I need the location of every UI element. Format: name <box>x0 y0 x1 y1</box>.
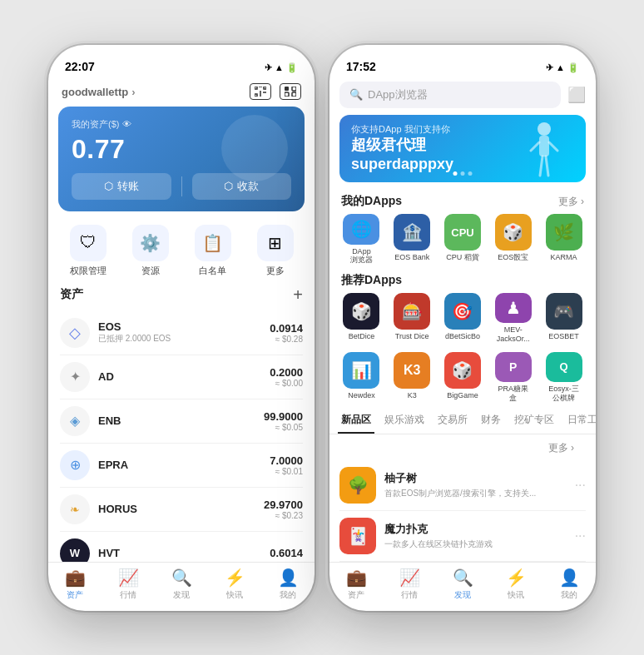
quick-permissions[interactable]: 🛡 权限管理 <box>70 225 107 277</box>
right-nav-profile[interactable]: 👤 我的 <box>542 568 596 601</box>
svg-line-14 <box>540 156 542 176</box>
hvt-amount: 0.6014 <box>270 547 303 559</box>
header-icons <box>250 83 301 100</box>
quick-whitelist[interactable]: 📋 白名单 <box>195 225 231 277</box>
search-icon: 🔍 <box>349 88 363 101</box>
hvt-info: HVT <box>98 547 270 559</box>
dapp-eosdice[interactable]: 🎲 EOS骰宝 <box>489 214 537 265</box>
tab-exchange[interactable]: 交易所 <box>434 408 471 434</box>
balance-label: 我的资产($) 👁 <box>72 118 291 131</box>
left-phone: 22:07 ✈ ▲ 🔋 goodwallettp › <box>48 45 315 611</box>
new-app-poker[interactable]: 🃏 魔力扑克 一款多人在线区块链扑克游戏 ··· <box>339 511 586 562</box>
right-bottom-nav: 💼 资产 📈 行情 🔍 发现 ⚡ 快讯 👤 我的 <box>329 562 596 611</box>
dapp-browser-icon: 🌐 <box>343 214 379 244</box>
asset-epra[interactable]: ⊕ EPRA 7.0000 ≈ $0.01 <box>60 444 303 488</box>
tab-daily[interactable]: 日常工... <box>564 408 596 434</box>
svg-rect-0 <box>255 87 257 89</box>
right-nav-assets[interactable]: 💼 资产 <box>329 568 383 601</box>
dapp-betdice[interactable]: 🎲 BetDice <box>338 293 385 344</box>
new-app-yuzishu[interactable]: 🌳 柚子树 首款EOS制户浏览器/搜索引擎，支持关... ··· <box>339 460 586 511</box>
tab-games[interactable]: 娱乐游戏 <box>381 408 428 434</box>
asset-enb[interactable]: ◈ ENB 99.9000 ≈ $0.05 <box>60 399 303 444</box>
grid-icon[interactable] <box>280 83 301 100</box>
svg-rect-2 <box>255 94 257 97</box>
horus-info: HORUS <box>98 503 264 515</box>
balance-actions: ⬡ 转账 ⬡ 收款 <box>72 173 291 200</box>
svg-rect-9 <box>292 92 296 97</box>
ad-icon: ✦ <box>60 362 90 392</box>
dapp-newdex[interactable]: 📊 Newdex <box>338 352 385 403</box>
right-time: 17:52 <box>346 60 376 73</box>
more-grid-icon: ⊞ <box>257 225 294 261</box>
search-bar[interactable]: 🔍 DApp浏览器 <box>339 82 561 108</box>
nav-discover[interactable]: 🔍 发现 <box>155 568 208 601</box>
promo-banner[interactable]: 你支持DApp 我们支持你 超级君代理 superdapppxy <box>339 115 586 183</box>
dapp-eosbank[interactable]: 🏦 EOS Bank <box>389 214 436 265</box>
left-header: goodwallettp › <box>48 78 315 107</box>
whitelist-icon: 📋 <box>195 225 231 261</box>
assets-title: 资产 <box>60 287 83 302</box>
asset-ad[interactable]: ✦ AD 0.2000 ≈ $0.00 <box>60 355 303 399</box>
wallet-name[interactable]: goodwallettp › <box>62 84 136 98</box>
tab-new[interactable]: 新品区 <box>338 408 374 434</box>
add-asset-button[interactable]: + <box>293 285 303 305</box>
assets-header: 资产 + <box>60 285 303 305</box>
asset-horus[interactable]: ❧ HORUS 29.9700 ≈ $0.23 <box>60 488 303 532</box>
scan-icon[interactable] <box>250 83 271 100</box>
left-status-icons: ✈ ▲ 🔋 <box>265 62 298 73</box>
yuzishu-info: 柚子树 首款EOS制户浏览器/搜索引擎，支持关... <box>384 471 567 499</box>
dapp-biggame[interactable]: 🎲 BigGame <box>439 352 487 403</box>
enb-icon: ◈ <box>60 406 90 436</box>
dapp-pra[interactable]: P PRA糖果盒 <box>489 352 537 403</box>
dapp-karma[interactable]: 🌿 KARMA <box>540 214 587 265</box>
epra-info: EPRA <box>98 459 270 471</box>
svg-line-15 <box>546 156 548 176</box>
tab-finance[interactable]: 财务 <box>478 408 504 434</box>
button-divider <box>181 176 182 196</box>
receive-button[interactable]: ⬡ 收款 <box>192 173 292 200</box>
asset-eos[interactable]: ◇ EOS 已抵押 2.0000 EOS 0.0914 ≈ $0.28 <box>60 311 303 355</box>
banner-text: 你支持DApp 我们支持你 超级君代理 superdapppxy <box>351 123 453 175</box>
eos-icon: ◇ <box>60 318 90 348</box>
ad-amount: 0.2000 ≈ $0.00 <box>270 366 303 388</box>
nav-market[interactable]: 📈 行情 <box>102 568 155 601</box>
dapp-dbetsicbo[interactable]: 🎯 dBetSicBo <box>439 293 487 344</box>
tab-mining[interactable]: 挖矿专区 <box>511 408 557 434</box>
svg-rect-8 <box>285 92 289 97</box>
balance-amount: 0.77 <box>72 134 291 165</box>
poker-info: 魔力扑克 一款多人在线区块链扑克游戏 <box>384 522 567 550</box>
new-apps-more[interactable]: 更多 › <box>548 441 574 455</box>
dapp-eosbet[interactable]: 🎮 EOSBET <box>540 293 587 344</box>
my-dapps-header: 我的DApps 更多 › <box>329 191 596 214</box>
dapp-k3[interactable]: K3 K3 <box>389 352 436 403</box>
nav-news[interactable]: ⚡ 快讯 <box>208 568 261 601</box>
nav-profile[interactable]: 👤 我的 <box>261 568 315 601</box>
dapp-trustdice[interactable]: 🎰 Trust Dice <box>389 293 436 344</box>
asset-hvt[interactable]: W HVT 0.6014 <box>60 532 303 562</box>
assets-section: 资产 + ◇ EOS 已抵押 2.0000 EOS 0.0914 ≈ $0.28 <box>48 285 315 562</box>
epra-icon: ⊕ <box>60 450 90 480</box>
nav-assets[interactable]: 💼 资产 <box>48 568 102 601</box>
banner-figure <box>528 119 577 183</box>
dapp-browser[interactable]: 🌐 DApp浏览器 <box>338 214 385 265</box>
scan-qr-icon[interactable]: ⬜ <box>567 86 586 104</box>
eos-info: EOS 已抵押 2.0000 EOS <box>98 320 270 345</box>
dapp-mev[interactable]: ♟ MEV-JacksOr... <box>489 293 537 344</box>
my-dapps-more[interactable]: 更多 › <box>558 195 584 209</box>
rec-dapps-header: 推荐DApps <box>329 270 596 293</box>
transfer-button[interactable]: ⬡ 转账 <box>72 173 171 200</box>
right-header: 🔍 DApp浏览器 ⬜ <box>329 78 596 115</box>
right-nav-news[interactable]: ⚡ 快讯 <box>489 568 542 601</box>
quick-more[interactable]: ⊞ 更多 <box>257 225 294 277</box>
dapp-eosdice-icon: 🎲 <box>495 214 532 251</box>
dapp-cpu[interactable]: CPU CPU 稻貨 <box>439 214 487 265</box>
dapp-cpu-icon: CPU <box>444 214 481 251</box>
quick-resources[interactable]: ⚙️ 资源 <box>132 225 169 277</box>
right-nav-discover[interactable]: 🔍 发现 <box>436 568 489 601</box>
left-content: goodwallettp › 我的资产($) 👁 0.77 <box>48 78 315 611</box>
horus-icon: ❧ <box>60 494 90 524</box>
dapp-eosyx[interactable]: Q Eosyx-三公棋牌 <box>540 352 587 403</box>
permissions-label: 权限管理 <box>70 265 107 277</box>
svg-line-12 <box>531 142 539 151</box>
right-nav-market[interactable]: 📈 行情 <box>383 568 436 601</box>
